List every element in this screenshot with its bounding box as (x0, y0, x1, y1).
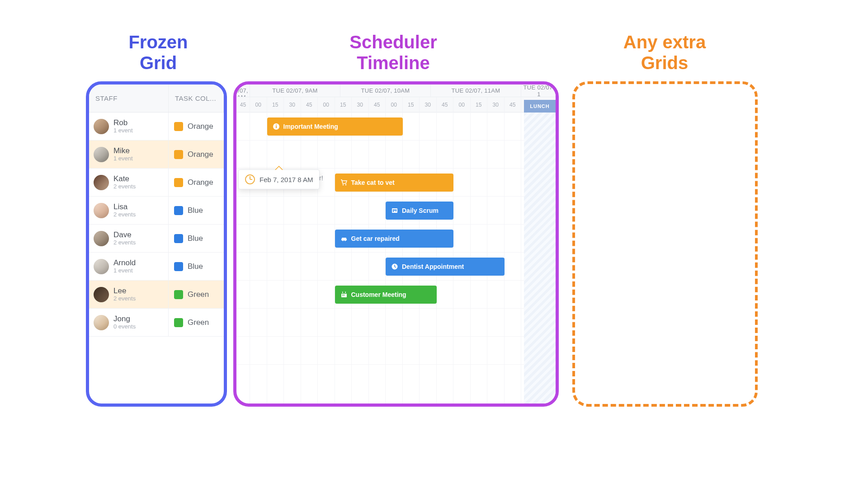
minute-header: 45 (369, 97, 386, 113)
color-swatch (174, 178, 183, 187)
avatar (94, 231, 109, 246)
scheduled-event[interactable]: Daily Scrum (386, 202, 453, 220)
scheduled-event[interactable]: Important Meeting (267, 117, 403, 136)
task-color-cell[interactable]: Green (169, 309, 224, 336)
staff-name: Kate (113, 175, 136, 183)
board-icon (391, 207, 398, 214)
task-color-cell[interactable]: Blue (169, 225, 224, 252)
staff-cell[interactable]: Arnold 1 event (89, 253, 169, 280)
minute-header: 45 (236, 97, 250, 113)
staff-row[interactable]: Rob 1 event Orange (89, 113, 224, 141)
task-color-cell[interactable]: Blue (169, 253, 224, 280)
hour-header: TUE 02/07, 10AM (340, 84, 431, 97)
event-label: Daily Scrum (402, 207, 439, 214)
color-swatch (174, 122, 183, 131)
scheduled-event[interactable]: Customer Meeting (335, 286, 437, 304)
color-swatch (174, 318, 183, 327)
title-extra-l1: Any extra (570, 32, 760, 52)
frozen-grid-panel[interactable]: STAFF TASK COL... Rob 1 event Orange Mik… (86, 81, 227, 407)
scheduled-event[interactable]: Get car repaired (335, 230, 454, 248)
title-scheduler-l2: Timeline (231, 52, 556, 73)
scheduled-event[interactable]: Take cat to vet (335, 174, 454, 192)
svg-rect-8 (396, 209, 396, 211)
staff-cell[interactable]: Kate 2 events (89, 169, 169, 196)
cal-icon (340, 291, 348, 298)
staff-name: Dave (113, 231, 136, 239)
svg-rect-7 (394, 209, 395, 211)
staff-row[interactable]: Lee 2 events Green (89, 281, 224, 309)
color-swatch (174, 262, 183, 271)
scheduler-panel[interactable]: UE 02/07, 8AMTUE 02/07, 9AMTUE 02/07, 10… (233, 81, 559, 407)
svg-rect-13 (345, 292, 346, 293)
minute-header: 30 (284, 97, 301, 113)
col-header-task[interactable]: TASK COL... (169, 84, 224, 112)
staff-cell[interactable]: Lee 2 events (89, 281, 169, 308)
staff-row[interactable]: Kate 2 events Orange (89, 169, 224, 197)
task-color-label: Green (188, 318, 209, 327)
avatar (94, 287, 109, 302)
clock-icon (245, 174, 255, 184)
minute-header: 00 (250, 97, 267, 113)
title-frozen-l1: Frozen (86, 32, 231, 52)
clock-icon (391, 263, 398, 270)
staff-event-count: 1 event (113, 127, 133, 134)
avatar (94, 203, 109, 218)
task-color-label: Blue (188, 206, 203, 215)
minute-header: 00 (386, 97, 403, 113)
col-header-staff[interactable]: STAFF (89, 84, 169, 112)
lunch-label: LUNCH (524, 100, 556, 113)
time-tooltip: Feb 7, 2017 8 AM (238, 169, 320, 189)
tooltip-text: Feb 7, 2017 8 AM (259, 176, 313, 183)
task-color-cell[interactable]: Blue (169, 197, 224, 224)
staff-row[interactable]: Mike 1 event Orange (89, 141, 224, 169)
info-icon (273, 123, 280, 130)
svg-rect-12 (342, 292, 343, 293)
hour-header: UE 02/07, 8AM (236, 84, 250, 97)
staff-cell[interactable]: Jong 0 events (89, 309, 169, 336)
event-label: Get car repaired (351, 235, 400, 242)
staff-row[interactable]: Jong 0 events Green (89, 309, 224, 337)
task-color-cell[interactable]: Green (169, 281, 224, 308)
title-scheduler-l1: Scheduler (231, 32, 556, 52)
minute-header: 15 (335, 97, 352, 113)
car-icon (340, 235, 348, 242)
staff-cell[interactable]: Rob 1 event (89, 113, 169, 140)
avatar (94, 175, 109, 190)
title-scheduler: Scheduler Timeline (231, 32, 556, 73)
staff-event-count: 0 events (113, 324, 136, 330)
staff-cell[interactable]: Dave 2 events (89, 225, 169, 252)
task-color-cell[interactable]: Orange (169, 169, 224, 196)
svg-point-2 (275, 124, 276, 125)
svg-point-4 (345, 184, 346, 186)
color-swatch (174, 150, 183, 159)
avatar (94, 259, 109, 274)
minute-header: 30 (487, 97, 505, 113)
staff-cell[interactable]: Lisa 2 events (89, 197, 169, 224)
title-frozen: Frozen Grid (86, 32, 231, 73)
event-label: Take cat to vet (351, 179, 395, 186)
svg-rect-1 (276, 126, 277, 128)
minute-header: 15 (403, 97, 420, 113)
minute-header: 30 (352, 97, 369, 113)
svg-rect-14 (342, 295, 343, 296)
task-color-cell[interactable]: Orange (169, 141, 224, 168)
minute-header: 45 (437, 97, 454, 113)
scheduled-event[interactable]: Dentist Appointment (386, 258, 505, 276)
staff-row[interactable]: Lisa 2 events Blue (89, 197, 224, 225)
hour-header: TUE 02/07, 9AM (250, 84, 340, 97)
staff-cell[interactable]: Mike 1 event (89, 141, 169, 168)
event-label: Dentist Appointment (402, 263, 464, 270)
staff-event-count: 2 events (113, 239, 136, 246)
event-label: Customer Meeting (351, 291, 406, 298)
cart-icon (340, 179, 348, 186)
task-color-cell[interactable]: Orange (169, 113, 224, 140)
staff-row[interactable]: Arnold 1 event Blue (89, 253, 224, 281)
section-titles: Frozen Grid Scheduler Timeline Any extra… (86, 32, 782, 73)
color-swatch (174, 234, 183, 243)
staff-row[interactable]: Dave 2 events Blue (89, 225, 224, 253)
minute-header: 00 (318, 97, 335, 113)
hour-header: TUE 02/07, 11AM (431, 84, 521, 97)
title-frozen-l2: Grid (86, 52, 231, 73)
scheduler-body[interactable]: Important MeetingTake cat to vetDaily Sc… (236, 113, 556, 404)
staff-name: Lisa (113, 203, 136, 211)
